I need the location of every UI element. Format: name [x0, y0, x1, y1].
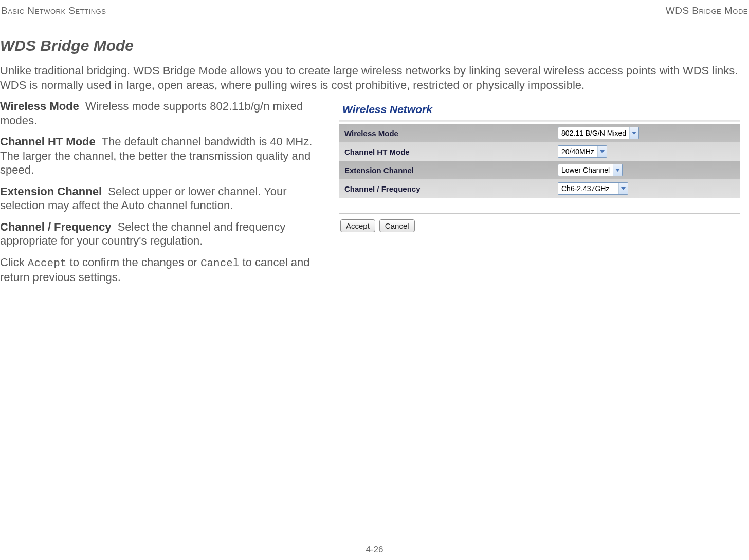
- chevron-down-icon: [618, 183, 628, 194]
- chevron-down-icon: [597, 146, 607, 157]
- definition-term: Channel HT Mode: [0, 135, 96, 148]
- accept-button[interactable]: Accept: [340, 219, 375, 232]
- wireless-network-panel: Wireless Network Wireless Mode 802.11 B/…: [339, 100, 740, 232]
- row-label: Channel HT Mode: [339, 142, 553, 161]
- select-value: Ch6-2.437GHz: [561, 184, 609, 193]
- definition-item: Channel HT Mode The default channel band…: [0, 135, 329, 177]
- panel-divider: [339, 120, 740, 122]
- intro-paragraph: Unlike traditional bridging. WDS Bridge …: [0, 64, 749, 92]
- cancel-code: Cancel: [200, 257, 240, 269]
- header-right: WDS Bridge Mode: [666, 5, 748, 16]
- definition-item: Wireless Mode Wireless mode supports 802…: [0, 99, 329, 127]
- chevron-down-icon: [613, 164, 622, 176]
- definition-term: Extension Channel: [0, 185, 102, 198]
- row-label: Channel / Frequency: [339, 179, 553, 198]
- settings-table: Wireless Mode 802.11 B/G/N Mixed Channel…: [339, 124, 740, 198]
- header-left: Basic Network Settings: [1, 5, 106, 16]
- table-row: Extension Channel Lower Channel: [339, 161, 740, 179]
- panel-bottom-divider: [339, 213, 740, 214]
- table-row: Channel / Frequency Ch6-2.437GHz: [339, 179, 740, 198]
- accept-code: Accept: [28, 257, 67, 269]
- row-label: Extension Channel: [339, 161, 553, 179]
- chevron-down-icon: [629, 127, 638, 139]
- table-row: Wireless Mode 802.11 B/G/N Mixed: [339, 124, 740, 142]
- definition-item: Extension Channel Select upper or lower …: [0, 184, 329, 213]
- select-value: 802.11 B/G/N Mixed: [561, 129, 626, 137]
- panel-title: Wireless Network: [339, 100, 740, 120]
- definition-term: Channel / Frequency: [0, 220, 111, 233]
- row-label: Wireless Mode: [339, 124, 553, 142]
- select-value: 20/40MHz: [561, 147, 594, 156]
- page-number: 4-26: [0, 545, 749, 555]
- table-row: Channel HT Mode 20/40MHz: [339, 142, 740, 161]
- page-title: WDS Bridge Mode: [0, 37, 749, 54]
- closing-paragraph: Click Accept to confirm the changes or C…: [0, 255, 329, 285]
- definition-item: Channel / Frequency Select the channel a…: [0, 220, 329, 248]
- wireless-mode-select[interactable]: 802.11 B/G/N Mixed: [558, 127, 639, 139]
- channel-frequency-select[interactable]: Ch6-2.437GHz: [558, 182, 628, 195]
- definitions-column: Wireless Mode Wireless mode supports 802…: [0, 99, 329, 291]
- select-value: Lower Channel: [561, 166, 610, 174]
- extension-channel-select[interactable]: Lower Channel: [558, 164, 623, 176]
- cancel-button[interactable]: Cancel: [379, 219, 415, 232]
- channel-ht-mode-select[interactable]: 20/40MHz: [558, 145, 607, 158]
- definition-term: Wireless Mode: [0, 100, 79, 113]
